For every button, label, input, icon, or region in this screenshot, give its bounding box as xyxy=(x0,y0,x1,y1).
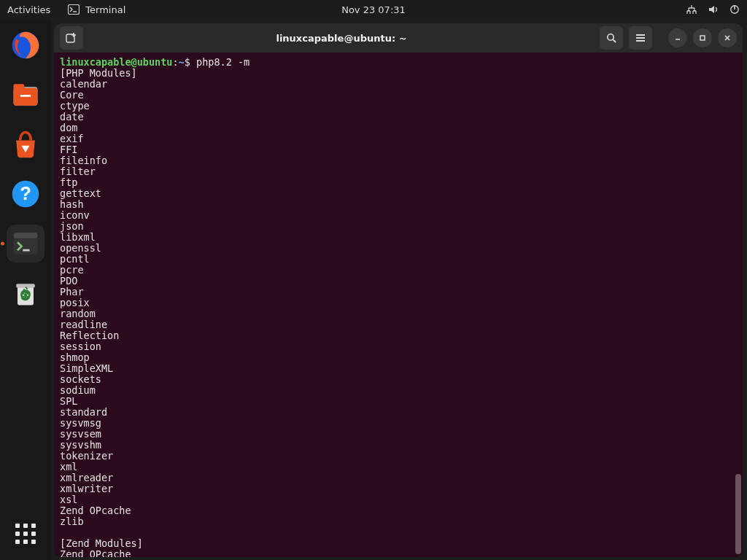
dock-terminal[interactable]: Terminal xyxy=(7,225,44,262)
close-icon xyxy=(724,34,731,42)
new-tab-button[interactable] xyxy=(60,26,83,50)
dock-files[interactable] xyxy=(7,76,44,114)
dock-trash[interactable] xyxy=(7,274,44,312)
show-applications[interactable] xyxy=(12,521,39,547)
terminal-icon xyxy=(9,228,42,260)
minimize-button[interactable] xyxy=(668,28,687,47)
power-icon[interactable] xyxy=(729,4,740,15)
dock-firefox[interactable] xyxy=(7,26,44,64)
svg-rect-8 xyxy=(20,95,31,97)
dock-help[interactable]: ? xyxy=(7,175,44,213)
svg-text:?: ? xyxy=(20,183,31,203)
dock-software[interactable] xyxy=(7,125,44,163)
prompt-user: linuxcapable@ubuntu xyxy=(60,56,172,68)
titlebar: linuxcapable@ubuntu: ~ xyxy=(54,23,743,52)
prompt-dollar: $ xyxy=(185,56,190,68)
window-title: linuxcapable@ubuntu: ~ xyxy=(88,33,595,44)
svg-point-20 xyxy=(607,34,613,39)
prompt-path: ~ xyxy=(179,56,185,68)
search-icon xyxy=(606,33,617,44)
prompt-command: php8.2 -m xyxy=(196,56,249,68)
help-icon: ? xyxy=(9,178,42,210)
firefox-icon xyxy=(9,29,42,61)
scrollbar-thumb[interactable] xyxy=(735,474,741,554)
svg-rect-12 xyxy=(14,233,38,238)
terminal-icon xyxy=(68,4,80,15)
new-tab-icon xyxy=(66,32,77,44)
close-button[interactable] xyxy=(718,28,737,47)
minimize-icon xyxy=(674,34,681,42)
terminal-window: linuxcapable@ubuntu: ~ xyxy=(54,23,743,557)
volume-icon[interactable] xyxy=(708,4,719,15)
network-icon[interactable] xyxy=(686,4,697,15)
terminal-output: [PHP Modules] calendar Core ctype date d… xyxy=(60,67,143,557)
software-store-icon xyxy=(9,128,42,160)
prompt-sep: : xyxy=(172,56,178,68)
maximize-button[interactable] xyxy=(693,28,712,47)
appmenu[interactable]: Terminal xyxy=(68,4,125,15)
files-icon xyxy=(9,79,42,111)
trash-icon xyxy=(9,277,42,309)
svg-rect-0 xyxy=(69,5,80,15)
svg-rect-26 xyxy=(700,36,705,40)
search-button[interactable] xyxy=(600,26,623,50)
clock[interactable]: Nov 23 07:31 xyxy=(341,4,406,15)
terminal-body[interactable]: linuxcapable@ubuntu:~$ php8.2 -m [PHP Mo… xyxy=(54,52,743,557)
menu-button[interactable] xyxy=(629,26,652,50)
hamburger-icon xyxy=(635,34,646,42)
dock: ? Terminal xyxy=(0,19,51,560)
maximize-icon xyxy=(699,34,706,42)
svg-line-21 xyxy=(613,39,616,42)
gnome-topbar: Activities Terminal Nov 23 07:31 xyxy=(0,0,747,19)
appmenu-label: Terminal xyxy=(85,4,125,15)
activities-button[interactable]: Activities xyxy=(7,4,50,15)
